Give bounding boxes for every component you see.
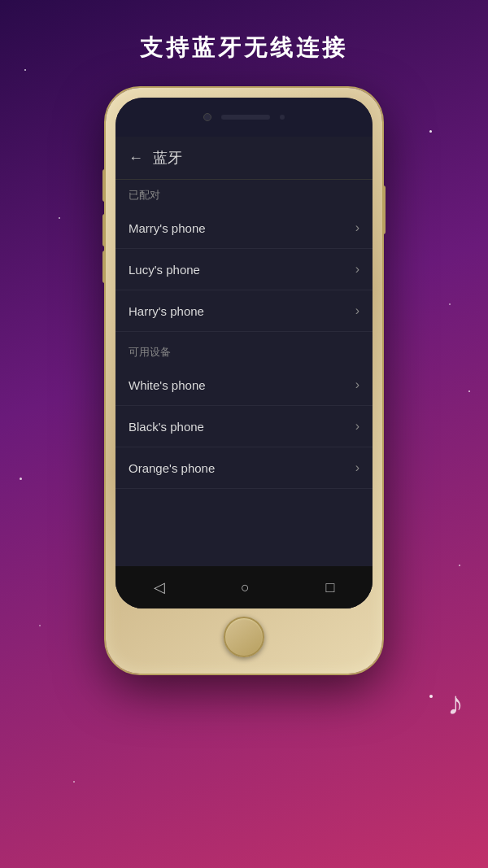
orange-phone-chevron: › bbox=[355, 460, 359, 475]
page-title: 支持蓝牙无线连接 bbox=[140, 33, 348, 63]
list-item-white-phone[interactable]: White's phone › bbox=[115, 364, 373, 406]
phone-bottom-bar bbox=[115, 608, 373, 664]
paired-section-label: 已配对 bbox=[115, 180, 373, 207]
back-button[interactable]: ← bbox=[129, 150, 143, 167]
phone-inner: ← 蓝牙 已配对 Marry's phone › Lucy's phone › … bbox=[115, 98, 373, 608]
nav-bar: ◁ ○ □ bbox=[115, 566, 373, 608]
list-item-harry-phone[interactable]: Harry's phone › bbox=[115, 290, 373, 332]
marry-phone-chevron: › bbox=[355, 220, 359, 235]
camera-lens bbox=[203, 113, 211, 121]
nav-back-button[interactable]: ◁ bbox=[137, 572, 181, 603]
white-phone-label: White's phone bbox=[129, 378, 206, 392]
list-item-lucy-phone[interactable]: Lucy's phone › bbox=[115, 249, 373, 290]
orange-phone-label: Orange's phone bbox=[129, 461, 215, 475]
list-item-orange-phone[interactable]: Orange's phone › bbox=[115, 447, 373, 489]
lucy-phone-chevron: › bbox=[355, 262, 359, 277]
harry-phone-label: Harry's phone bbox=[129, 304, 204, 318]
bluetooth-header: ← 蓝牙 bbox=[115, 137, 373, 180]
nav-recent-button[interactable]: □ bbox=[309, 573, 351, 603]
black-phone-chevron: › bbox=[355, 419, 359, 434]
music-note-decoration: ♪ bbox=[447, 685, 464, 722]
bluetooth-title: 蓝牙 bbox=[153, 148, 182, 168]
list-item-marry-phone[interactable]: Marry's phone › bbox=[115, 207, 373, 249]
available-section-label: 可用设备 bbox=[115, 337, 373, 364]
screen-content: ← 蓝牙 已配对 Marry's phone › Lucy's phone › … bbox=[115, 137, 373, 608]
home-button[interactable] bbox=[224, 617, 264, 657]
lucy-phone-label: Lucy's phone bbox=[129, 263, 200, 277]
black-phone-label: Black's phone bbox=[129, 420, 204, 434]
white-phone-chevron: › bbox=[355, 377, 359, 392]
marry-phone-label: Marry's phone bbox=[129, 221, 206, 235]
nav-home-button[interactable]: ○ bbox=[224, 573, 266, 603]
speaker-grille bbox=[221, 115, 270, 120]
phone-frame: ← 蓝牙 已配对 Marry's phone › Lucy's phone › … bbox=[106, 88, 382, 674]
screen-spacer bbox=[115, 489, 373, 566]
sensor-dot bbox=[280, 115, 285, 120]
phone-top-bar bbox=[115, 98, 373, 137]
list-item-black-phone[interactable]: Black's phone › bbox=[115, 406, 373, 447]
harry-phone-chevron: › bbox=[355, 303, 359, 318]
